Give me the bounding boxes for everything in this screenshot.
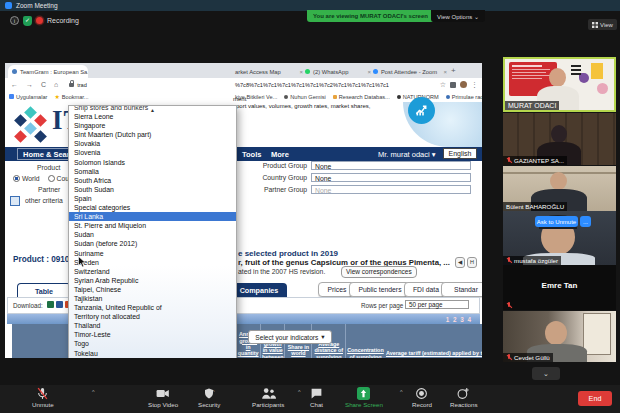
tab-companies[interactable]: Companies <box>231 283 287 297</box>
dropdown-option[interactable]: Slovenia <box>69 148 236 157</box>
trademap-page: ITC ment xport values, volumes, growth r… <box>5 102 482 358</box>
scroll-up-icon[interactable]: ▲ <box>69 107 236 113</box>
apps-grid-icon <box>9 94 14 99</box>
new-tab-button[interactable]: + <box>451 66 456 75</box>
dropdown-option[interactable]: Togo <box>69 339 236 348</box>
criteria-table-icon[interactable] <box>10 196 20 206</box>
dropdown-option[interactable]: South Africa <box>69 176 236 185</box>
pagination-numbers[interactable]: 1 2 3 4 <box>446 316 472 323</box>
browser-menu-icon[interactable]: ⋮ <box>471 81 478 89</box>
dropdown-option[interactable]: Tanzania, United Republic of <box>69 303 236 312</box>
country-group-select[interactable]: None <box>311 173 471 182</box>
dropdown-option[interactable]: Suriname <box>69 249 236 258</box>
dropdown-option[interactable]: Somalia <box>69 167 236 176</box>
unmute-button[interactable]: Unmute <box>32 387 54 408</box>
participants-button[interactable]: Participants <box>252 387 284 408</box>
dropdown-option[interactable]: Solomon Islands <box>69 158 236 167</box>
tab-close-icon[interactable]: × <box>443 69 447 75</box>
dropdown-option[interactable]: St. Pierre and Miquelon <box>69 221 236 230</box>
participant-tile-bulent[interactable]: Bülent BAHAROĞLU <box>503 166 616 211</box>
other-criteria-label[interactable]: other criteria <box>25 197 63 204</box>
meeting-info-icon[interactable]: i <box>10 16 19 25</box>
dropdown-option[interactable]: Switzerland <box>69 267 236 276</box>
dropdown-option[interactable]: Thailand <box>69 321 236 330</box>
dropdown-option[interactable]: Sri Lanka <box>69 212 236 221</box>
view-layout-button[interactable]: View <box>588 19 617 30</box>
nav-more[interactable]: More <box>271 150 289 159</box>
dropdown-option[interactable]: Sint Maarten (Dutch part) <box>69 130 236 139</box>
column-header[interactable]: Average tariff (estimated) applied by th… <box>385 324 482 358</box>
excel-download-icon[interactable] <box>47 301 54 308</box>
dropdown-option[interactable]: Syrian Arab Republic <box>69 276 236 285</box>
column-header[interactable]: Concentration of supplying countries <box>346 324 385 358</box>
participant-tile-cevdet[interactable]: Cevdet Güllü <box>503 311 616 362</box>
bookmark-item[interactable]: Primulae radix | G... <box>446 94 482 100</box>
product-group-select[interactable]: None <box>311 161 471 170</box>
browser-profile-avatar[interactable] <box>460 81 467 88</box>
lock-icon <box>69 83 74 87</box>
stop-video-button[interactable]: Stop Video <box>148 387 178 408</box>
bookmark-apps[interactable]: Uygulamalar <box>9 94 47 100</box>
record-button[interactable]: Record <box>412 387 432 408</box>
unmute-options-caret[interactable]: ^ <box>92 389 95 395</box>
participants-options-caret[interactable]: ^ <box>298 389 301 395</box>
select-indicators-button[interactable]: Select your indicators▾ <box>248 330 332 344</box>
dropdown-option[interactable]: Tajikistan <box>69 294 236 303</box>
dropdown-option[interactable]: Sierra Leone <box>69 112 236 121</box>
standards-button[interactable]: Standar <box>441 282 482 297</box>
dropdown-option[interactable]: Territory not allocated <box>69 312 236 321</box>
dropdown-option[interactable]: Sweden <box>69 258 236 267</box>
participant-more-button[interactable]: ... <box>580 216 591 227</box>
rows-per-page-select[interactable]: 50 per page <box>405 300 469 309</box>
dropdown-option[interactable]: Singapore <box>69 121 236 130</box>
view-options-button[interactable]: View Options ⌄ <box>431 10 485 22</box>
chat-button[interactable]: Chat <box>310 387 323 408</box>
world-radio[interactable] <box>13 175 20 182</box>
bookmark-item[interactable]: ★Bookmar... <box>54 93 88 100</box>
dropdown-option[interactable]: Taipei, Chinese <box>69 285 236 294</box>
word-download-icon[interactable] <box>56 301 63 308</box>
dropdown-option[interactable]: Tokelau <box>69 349 236 358</box>
dropdown-option[interactable]: Timor-Leste <box>69 330 236 339</box>
participant-tile-emre[interactable]: Emre Tan <box>503 265 616 310</box>
dropdown-option[interactable]: Spain <box>69 194 236 203</box>
meeting-status-row: i ✓ Recording <box>10 15 79 26</box>
ask-to-unmute-button[interactable]: Ask to Unmute <box>535 216 578 227</box>
dropdown-option[interactable]: Sudan <box>69 230 236 239</box>
itc-logo[interactable] <box>12 106 52 146</box>
share-screen-button[interactable]: Share Screen <box>345 387 383 408</box>
partner-group-select[interactable]: None <box>311 185 471 194</box>
bookmark-star-icon[interactable]: ☆ <box>440 81 446 89</box>
tab-table[interactable]: Table <box>17 283 71 298</box>
security-button[interactable]: Security <box>198 387 220 408</box>
browser-tab-zoom[interactable]: Post Attendee - Zoom × <box>369 65 451 78</box>
browser-addressbar[interactable]: ← → C ⌂ trad %7c8%7c1%7c1%7c1%7c1%7c1%7c… <box>5 78 482 91</box>
participant-tile-murat[interactable]: MURAT ODACI <box>503 57 616 112</box>
browser-tab-whatsapp[interactable]: (2) WhatsApp × <box>301 65 375 78</box>
nav-tools[interactable]: Tools <box>242 150 261 159</box>
product-prev-button[interactable]: ◀ <box>455 257 465 268</box>
language-selector[interactable]: English <box>443 148 477 159</box>
dropdown-option[interactable]: Slovakia <box>69 139 236 148</box>
browser-tab-teamgram[interactable]: TeamGram : European Sa... <box>8 65 88 78</box>
download-label: Download: <box>13 302 43 309</box>
dropdown-option[interactable]: South Sudan <box>69 185 236 194</box>
extensions-icon[interactable] <box>450 82 456 88</box>
nav-user-menu[interactable]: Mr. murat odaci ▾ <box>378 150 436 159</box>
security-shield-icon[interactable]: ✓ <box>23 16 32 26</box>
product-hs-button[interactable]: H <box>467 257 477 268</box>
share-screen-icon <box>357 387 370 400</box>
view-correspondences-button[interactable]: View correspondences <box>341 266 417 278</box>
camera-icon <box>156 387 170 400</box>
country-radio[interactable] <box>48 175 55 182</box>
participant-tile-gaziantep[interactable]: GAZIANTEP SA... <box>503 113 616 165</box>
browser-nav-icons[interactable]: ← → C ⌂ <box>11 81 61 88</box>
dropdown-option[interactable]: Special categories <box>69 203 236 212</box>
sidebar-scroll-chevron[interactable]: ⌄ <box>532 367 560 380</box>
end-meeting-button[interactable]: End <box>578 391 612 406</box>
dropdown-option[interactable]: Sudan (before 2012) <box>69 239 236 248</box>
share-options-caret[interactable]: ^ <box>400 389 403 395</box>
browser-tab-market-access[interactable]: arket Access Map × <box>231 65 307 78</box>
reactions-button[interactable]: Reactions <box>450 387 478 408</box>
public-tenders-button[interactable]: Public tenders <box>349 282 411 297</box>
